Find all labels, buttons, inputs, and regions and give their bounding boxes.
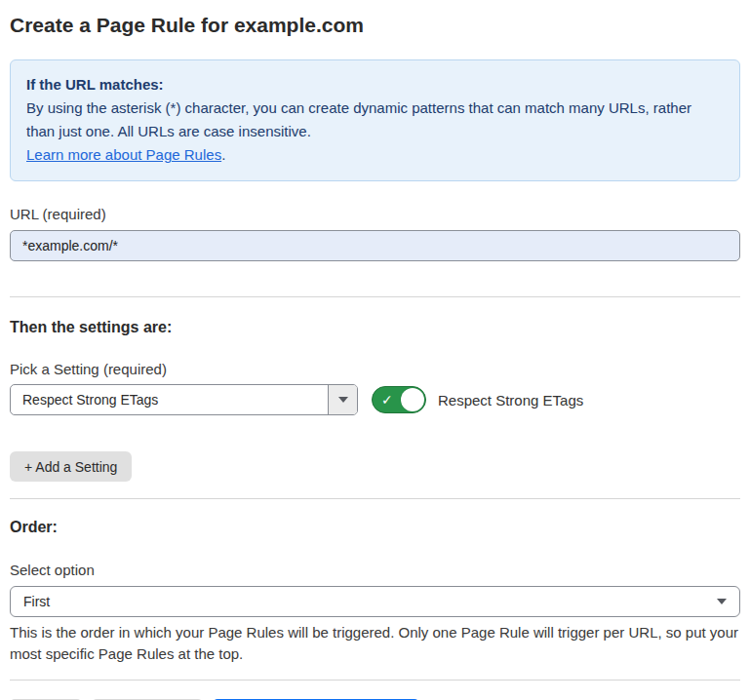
setting-select-arrow-button[interactable] [328, 385, 357, 414]
order-select-label: Select option [10, 562, 740, 578]
chevron-down-icon [338, 397, 348, 403]
order-select[interactable]: First [10, 586, 740, 617]
learn-more-link[interactable]: Learn more about Page Rules [26, 146, 221, 163]
add-setting-button[interactable]: + Add a Setting [10, 451, 132, 482]
settings-section-heading: Then the settings are: [10, 319, 740, 336]
info-box-body: By using the asterisk (*) character, you… [26, 97, 724, 143]
link-period: . [221, 146, 225, 163]
setting-row: Respect Strong ETags ✓ Respect Strong ET… [10, 384, 740, 415]
check-icon: ✓ [381, 393, 393, 407]
url-input[interactable] [10, 230, 740, 261]
setting-select[interactable]: Respect Strong ETags [10, 384, 358, 415]
setting-toggle[interactable]: ✓ [372, 386, 426, 413]
section-divider [10, 498, 740, 499]
toggle-knob [401, 388, 424, 411]
url-match-info-box: If the URL matches: By using the asteris… [10, 59, 740, 181]
setting-toggle-label: Respect Strong ETags [438, 392, 583, 408]
pick-setting-label: Pick a Setting (required) [10, 361, 740, 377]
info-box-heading: If the URL matches: [26, 73, 724, 97]
page-title: Create a Page Rule for example.com [10, 14, 740, 37]
section-divider [10, 296, 740, 297]
url-field-label: URL (required) [10, 206, 740, 222]
create-page-rule-form: Create a Page Rule for example.com If th… [0, 0, 750, 700]
info-box-link-line: Learn more about Page Rules. [26, 143, 724, 167]
order-help-text: This is the order in which your Page Rul… [10, 622, 740, 664]
order-section-heading: Order: [10, 519, 740, 536]
chevron-down-icon [717, 599, 727, 604]
footer-divider [10, 680, 740, 681]
setting-select-value: Respect Strong ETags [11, 385, 328, 414]
order-select-value: First [23, 594, 50, 609]
